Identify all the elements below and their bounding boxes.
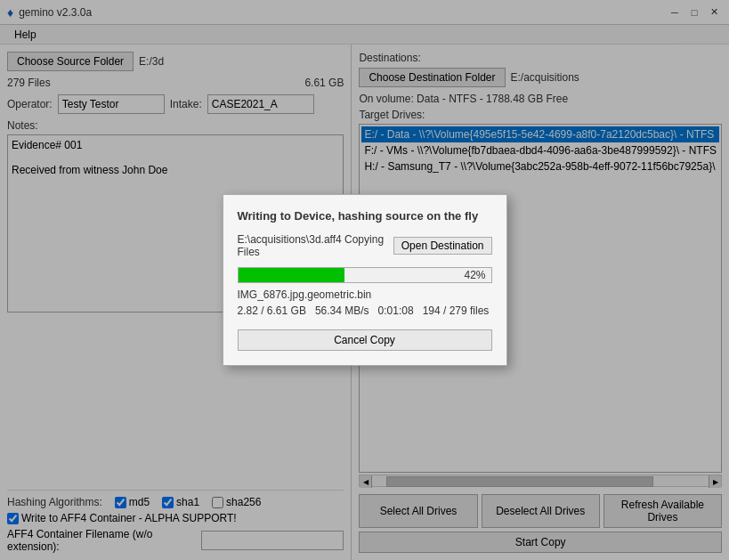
open-destination-button[interactable]: Open Destination	[393, 237, 492, 255]
speed-stat: 56.34 MB/s	[315, 304, 369, 317]
progress-bar-container: 42%	[238, 267, 492, 283]
modal-overlay: Writing to Device, hashing source on the…	[0, 0, 729, 560]
files-stat: 194 / 279 files	[423, 304, 490, 317]
modal-title: Writing to Device, hashing source on the…	[238, 209, 492, 223]
modal-filename: IMG_6876.jpg.geometric.bin	[238, 288, 492, 301]
transferred-stat: 2.82 / 6.61 GB	[238, 304, 306, 317]
progress-bar-fill	[239, 268, 344, 282]
progress-pct-label: 42%	[464, 269, 485, 281]
modal-stats: 2.82 / 6.61 GB 56.34 MB/s 0:01:08 194 / …	[238, 304, 492, 317]
cancel-copy-button[interactable]: Cancel Copy	[238, 329, 492, 351]
copy-progress-modal: Writing to Device, hashing source on the…	[223, 194, 507, 366]
modal-path-text: E:\acquisitions\3d.aff4 Copying Files	[238, 233, 386, 258]
modal-path-row: E:\acquisitions\3d.aff4 Copying Files Op…	[238, 233, 492, 258]
elapsed-stat: 0:01:08	[378, 304, 414, 317]
